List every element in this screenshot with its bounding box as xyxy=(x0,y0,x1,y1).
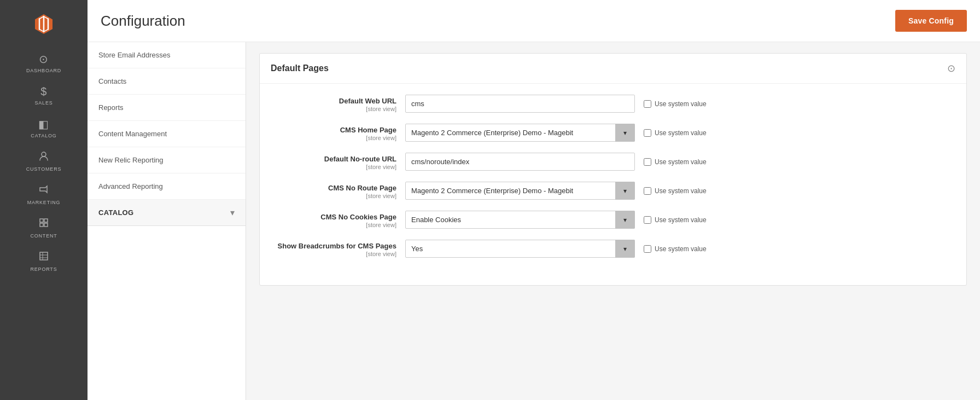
default-pages-section: Default Pages ⊙ Default Web URL [store v… xyxy=(259,53,967,286)
sidebar-item-label: MARKETING xyxy=(27,200,61,205)
main-content: Configuration Save Config Store Email Ad… xyxy=(88,0,980,400)
sidebar-item-content[interactable]: CONTENT xyxy=(0,211,88,244)
checkbox-wrap: Use system value xyxy=(644,129,707,137)
checkbox-label: Use system value xyxy=(655,100,707,108)
sidebar-item-reports[interactable]: REPORTS xyxy=(0,244,88,277)
right-panel: Default Pages ⊙ Default Web URL [store v… xyxy=(246,42,980,400)
save-config-button[interactable]: Save Config xyxy=(895,10,967,32)
checkbox-label: Use system value xyxy=(655,129,707,137)
menu-item-advanced-reporting[interactable]: Advanced Reporting xyxy=(88,173,246,200)
checkbox-wrap: Use system value xyxy=(644,158,707,166)
label-wrap: Default Web URL [store view] xyxy=(276,96,396,112)
show-breadcrumbs-select[interactable]: Yes xyxy=(405,240,635,258)
sidebar-item-sales[interactable]: $ SALES xyxy=(0,79,88,111)
svg-rect-2 xyxy=(44,219,48,222)
field-scope: [store view] xyxy=(276,222,396,228)
sidebar-item-label: CUSTOMERS xyxy=(26,166,62,172)
marketing-icon xyxy=(38,184,49,198)
use-system-value-checkbox-4[interactable] xyxy=(644,216,651,224)
sidebar-item-marketing[interactable]: MARKETING xyxy=(0,177,88,211)
field-scope: [store view] xyxy=(276,164,396,170)
section-body: Default Web URL [store view] Use system … xyxy=(260,84,966,285)
field-label: CMS Home Page xyxy=(340,126,396,134)
menu-item-contacts[interactable]: Contacts xyxy=(88,68,246,95)
no-route-url-input[interactable] xyxy=(405,153,635,171)
field-row-default-web-url: Default Web URL [store view] Use system … xyxy=(276,95,950,113)
field-row-show-breadcrumbs: Show Breadcrumbs for CMS Pages [store vi… xyxy=(276,240,950,258)
customers-icon xyxy=(38,150,49,164)
menu-item-reports[interactable]: Reports xyxy=(88,95,246,121)
checkbox-label: Use system value xyxy=(655,158,707,166)
sales-icon: $ xyxy=(40,85,47,98)
checkbox-label: Use system value xyxy=(655,216,707,224)
svg-rect-5 xyxy=(40,252,48,260)
section-title: Default Pages xyxy=(271,63,329,73)
collapse-icon[interactable]: ⊙ xyxy=(947,62,955,74)
checkbox-label: Use system value xyxy=(655,187,707,195)
field-scope: [store view] xyxy=(276,106,396,112)
default-web-url-input[interactable] xyxy=(405,95,635,113)
sidebar-item-label: CATALOG xyxy=(31,133,56,138)
content-area: Store Email Addresses Contacts Reports C… xyxy=(88,42,980,400)
svg-point-0 xyxy=(42,152,46,156)
checkbox-wrap: Use system value xyxy=(644,245,707,253)
page-title: Configuration xyxy=(101,13,185,30)
field-select-wrap: Magento 2 Commerce (Enterprise) Demo - M… xyxy=(405,124,635,142)
svg-rect-1 xyxy=(40,219,43,222)
checkbox-wrap: Use system value xyxy=(644,187,707,195)
logo-area xyxy=(0,0,88,46)
sidebar-item-label: CONTENT xyxy=(30,233,57,239)
dashboard-icon: ⊙ xyxy=(39,53,49,66)
catalog-section-label: CATALOG xyxy=(98,208,133,217)
sidebar-item-dashboard[interactable]: ⊙ DASHBOARD xyxy=(0,46,88,79)
sidebar-item-label: SALES xyxy=(34,100,52,106)
field-select-wrap: Enable Cookies ▾ xyxy=(405,211,635,229)
label-wrap: Show Breadcrumbs for CMS Pages [store vi… xyxy=(276,241,396,257)
field-input-wrap xyxy=(405,95,635,113)
menu-item-store-email[interactable]: Store Email Addresses xyxy=(88,42,246,68)
magento-logo-icon xyxy=(32,12,56,36)
menu-item-new-relic[interactable]: New Relic Reporting xyxy=(88,147,246,173)
cms-no-cookies-page-select[interactable]: Enable Cookies xyxy=(405,211,635,229)
sidebar-item-label: DASHBOARD xyxy=(26,68,61,73)
sidebar-item-catalog[interactable]: ◧ CATALOG xyxy=(0,111,88,144)
svg-rect-3 xyxy=(40,223,43,227)
use-system-value-checkbox-2[interactable] xyxy=(644,158,651,166)
svg-rect-4 xyxy=(44,223,48,227)
field-scope: [store view] xyxy=(276,135,396,141)
left-panel: Store Email Addresses Contacts Reports C… xyxy=(88,42,246,400)
top-bar: Configuration Save Config xyxy=(88,0,980,42)
field-label: Default No-route URL xyxy=(324,155,396,163)
field-row-cms-no-route: CMS No Route Page [store view] Magento 2… xyxy=(276,182,950,200)
menu-item-content-management[interactable]: Content Management xyxy=(88,121,246,147)
field-select-wrap: Magento 2 Commerce (Enterprise) Demo - M… xyxy=(405,182,635,200)
label-wrap: Default No-route URL [store view] xyxy=(276,154,396,170)
use-system-value-checkbox-1[interactable] xyxy=(644,129,651,137)
label-wrap: CMS No Route Page [store view] xyxy=(276,183,396,199)
checkbox-wrap: Use system value xyxy=(644,100,707,108)
catalog-icon: ◧ xyxy=(38,118,49,131)
section-header: Default Pages ⊙ xyxy=(260,54,966,84)
use-system-value-checkbox-5[interactable] xyxy=(644,245,651,253)
content-icon xyxy=(38,217,49,231)
checkbox-wrap: Use system value xyxy=(644,216,707,224)
field-label: CMS No Route Page xyxy=(328,184,396,192)
cms-no-route-page-select[interactable]: Magento 2 Commerce (Enterprise) Demo - M… xyxy=(405,182,635,200)
field-row-no-route-url: Default No-route URL [store view] Use sy… xyxy=(276,153,950,171)
field-input-wrap xyxy=(405,153,635,171)
sidebar-item-customers[interactable]: CUSTOMERS xyxy=(0,144,88,177)
field-select-wrap: Yes ▾ xyxy=(405,240,635,258)
field-label: Show Breadcrumbs for CMS Pages xyxy=(278,242,396,250)
sidebar-item-label: REPORTS xyxy=(31,266,57,272)
use-system-value-checkbox-0[interactable] xyxy=(644,100,651,108)
sidebar: ⊙ DASHBOARD $ SALES ◧ CATALOG CUSTOMERS … xyxy=(0,0,88,400)
label-wrap: CMS No Cookies Page [store view] xyxy=(276,212,396,228)
field-row-cms-home-page: CMS Home Page [store view] Magento 2 Com… xyxy=(276,124,950,142)
use-system-value-checkbox-3[interactable] xyxy=(644,187,651,195)
catalog-section[interactable]: CATALOG ▾ xyxy=(88,200,246,226)
field-scope: [store view] xyxy=(276,193,396,199)
checkbox-label: Use system value xyxy=(655,245,707,253)
reports-icon xyxy=(38,251,49,264)
cms-home-page-select[interactable]: Magento 2 Commerce (Enterprise) Demo - M… xyxy=(405,124,635,142)
field-scope: [store view] xyxy=(276,251,396,257)
